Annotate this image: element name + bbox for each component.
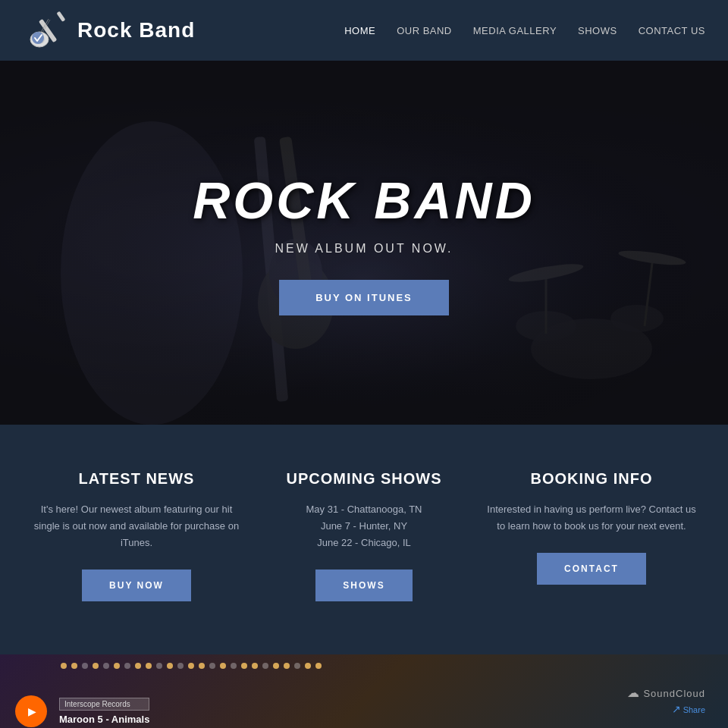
light-10 [156, 663, 162, 669]
svg-point-6 [32, 32, 44, 44]
hero-subtitle: NEW ALBUM OUT NOW. [193, 242, 535, 256]
main-nav: HOME OUR BAND MEDIA GALLERY SHOWS CONTAC… [344, 25, 705, 36]
booking-info-col: BOOKING INFO Interested in having us per… [485, 470, 698, 601]
hero-content: ROCK BAND NEW ALBUM OUT NOW. BUY ON ITUN… [193, 171, 535, 315]
light-3 [82, 663, 88, 669]
play-button[interactable] [15, 695, 47, 727]
light-19 [252, 663, 258, 669]
nav-shows[interactable]: SHOWS [578, 25, 617, 36]
latest-news-heading: LATEST NEWS [30, 470, 243, 488]
light-7 [124, 663, 130, 669]
hero-title: ROCK BAND [193, 171, 535, 230]
latest-news-col: LATEST NEWS It's here! Our newest album … [30, 470, 243, 601]
booking-info-body: Interested in having us perform live? Co… [485, 501, 698, 535]
upcoming-shows-heading: UPCOMING SHOWS [258, 470, 470, 488]
light-4 [93, 663, 99, 669]
light-25 [315, 663, 322, 669]
track-info: Interscope Records Maroon 5 - Animals [59, 698, 149, 725]
upcoming-shows-col: UPCOMING SHOWS May 31 - Chattanooga, TN … [258, 470, 470, 601]
light-17 [231, 663, 237, 669]
light-11 [167, 663, 173, 669]
light-8 [135, 663, 141, 669]
soundcloud-player: Interscope Records Maroon 5 - Animals [15, 695, 149, 727]
light-24 [305, 663, 311, 669]
stage-lights [0, 654, 728, 677]
buy-itunes-button[interactable]: BUY ON ITUNES [279, 280, 449, 315]
light-20 [262, 663, 268, 669]
light-14 [199, 663, 205, 669]
light-6 [114, 663, 120, 669]
light-23 [294, 663, 300, 669]
light-13 [188, 663, 194, 669]
soundcloud-share[interactable]: ↗ Share [672, 703, 705, 715]
light-9 [146, 663, 152, 669]
booking-info-heading: BOOKING INFO [485, 470, 698, 488]
show-1: May 31 - Chattanooga, TN [306, 504, 422, 515]
hero-section: ROCK BAND NEW ALBUM OUT NOW. BUY ON ITUN… [0, 61, 728, 425]
light-5 [103, 663, 109, 669]
logo-area: Rock Band [23, 8, 195, 53]
soundcloud-logo-text: ☁ SoundCloud [627, 686, 705, 700]
nav-contact-us[interactable]: CONTACT US [639, 25, 705, 36]
upcoming-shows-dates: May 31 - Chattanooga, TN June 7 - Hunter… [258, 501, 470, 551]
logo-text: Rock Band [77, 18, 195, 42]
nav-home[interactable]: HOME [344, 25, 375, 36]
light-16 [220, 663, 226, 669]
light-18 [241, 663, 247, 669]
buy-now-button[interactable]: BUY NOW [82, 570, 191, 601]
show-3: June 22 - Chicago, IL [317, 537, 411, 548]
nav-media-gallery[interactable]: MEDIA GALLERY [473, 25, 557, 36]
soundcloud-logo-area: ☁ SoundCloud ↗ Share [627, 686, 705, 715]
header: Rock Band HOME OUR BAND MEDIA GALLERY SH… [0, 0, 728, 61]
light-21 [273, 663, 279, 669]
light-1 [61, 663, 67, 669]
info-section: LATEST NEWS It's here! Our newest album … [0, 425, 728, 654]
contact-button[interactable]: CONTACT [537, 553, 646, 585]
svg-rect-3 [56, 11, 65, 22]
soundcloud-section: Interscope Records Maroon 5 - Animals ☁ … [0, 654, 728, 728]
guitar-logo-icon [23, 8, 68, 53]
light-2 [71, 663, 77, 669]
show-2: June 7 - Hunter, NY [321, 520, 407, 532]
soundcloud-track: Maroon 5 - Animals [59, 714, 149, 725]
nav-our-band[interactable]: OUR BAND [397, 25, 452, 36]
light-12 [177, 663, 184, 669]
soundcloud-channel[interactable]: Interscope Records [59, 698, 149, 711]
latest-news-body: It's here! Our newest album featuring ou… [30, 501, 243, 551]
light-15 [209, 663, 215, 669]
shows-button[interactable]: SHOWS [315, 570, 412, 601]
light-22 [284, 663, 290, 669]
